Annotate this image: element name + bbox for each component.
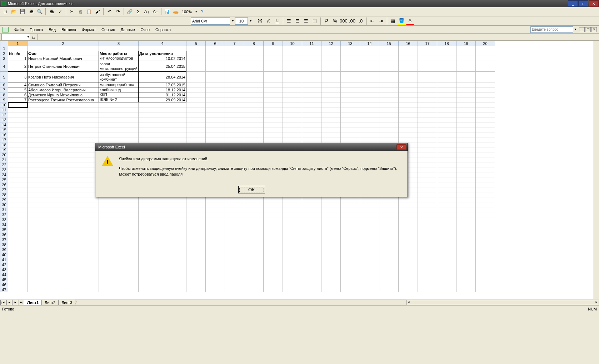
cell[interactable] (379, 287, 399, 292)
cell[interactable] (8, 217, 28, 222)
cell[interactable] (8, 142, 28, 147)
new-file-icon[interactable]: 🗋 (1, 8, 9, 16)
align-center-icon[interactable]: ☰ (294, 17, 301, 25)
cell[interactable] (8, 182, 28, 187)
cell[interactable] (99, 127, 139, 132)
sheet-tab-3[interactable]: Лист3 (58, 300, 75, 305)
cell[interactable] (437, 152, 456, 157)
cell[interactable] (186, 82, 206, 87)
cell[interactable] (8, 117, 28, 122)
cell[interactable] (321, 267, 341, 272)
cell[interactable] (379, 82, 399, 87)
cell[interactable] (264, 257, 283, 262)
cell[interactable] (225, 287, 244, 292)
cell[interactable] (28, 272, 99, 277)
cell[interactable]: завод металлоконструкций (99, 61, 139, 72)
cell[interactable] (360, 92, 379, 97)
cell[interactable] (341, 247, 360, 252)
currency-icon[interactable]: ₽ (323, 17, 330, 25)
row-header[interactable]: 1 (0, 46, 8, 51)
print-icon[interactable]: 🖶 (27, 8, 35, 16)
cell[interactable] (264, 82, 283, 87)
row-header[interactable]: 14 (0, 122, 8, 127)
cell[interactable] (437, 56, 456, 61)
cell[interactable] (283, 227, 302, 232)
cell[interactable] (8, 207, 28, 212)
cell[interactable] (283, 252, 302, 257)
cell[interactable] (360, 222, 379, 227)
cell[interactable] (99, 227, 139, 232)
cell[interactable] (399, 267, 418, 272)
cell[interactable]: маслопереработка (99, 82, 139, 87)
cell[interactable] (360, 102, 379, 107)
cell[interactable] (283, 137, 302, 142)
cell[interactable] (321, 247, 341, 252)
cell[interactable] (437, 82, 456, 87)
cell[interactable] (437, 92, 456, 97)
cell[interactable] (321, 92, 341, 97)
cell[interactable] (476, 152, 495, 157)
menu-insert[interactable]: Вставка (59, 27, 79, 32)
row-header[interactable]: 37 (0, 237, 8, 242)
cell[interactable] (418, 242, 437, 247)
cell[interactable] (302, 227, 321, 232)
cell[interactable] (283, 82, 302, 87)
cell[interactable] (28, 132, 99, 137)
underline-icon[interactable]: Ч (273, 17, 281, 25)
first-sheet-button[interactable]: |◄ (0, 300, 6, 305)
cell[interactable] (399, 247, 418, 252)
cell[interactable] (399, 137, 418, 142)
row-header[interactable]: 27 (0, 187, 8, 192)
cell[interactable]: Иванов Николай Михайлович (28, 56, 99, 61)
cell[interactable] (139, 122, 186, 127)
cell[interactable] (206, 282, 225, 287)
cell[interactable] (264, 51, 283, 56)
cell[interactable] (360, 46, 379, 51)
row-header[interactable]: 9 (0, 97, 8, 102)
cell[interactable] (225, 46, 244, 51)
cell[interactable] (456, 147, 476, 152)
formula-input[interactable] (37, 34, 599, 40)
cell[interactable] (418, 267, 437, 272)
col-header[interactable]: 5 (186, 41, 206, 46)
cell[interactable] (379, 237, 399, 242)
row-header[interactable]: 22 (0, 162, 8, 167)
row-header[interactable]: 16 (0, 132, 8, 137)
cell[interactable] (28, 157, 99, 162)
cell[interactable] (186, 56, 206, 61)
cell[interactable] (283, 197, 302, 202)
cell[interactable] (244, 127, 264, 132)
cell[interactable] (244, 92, 264, 97)
cell[interactable] (283, 232, 302, 237)
cell[interactable] (476, 237, 495, 242)
cell[interactable] (379, 132, 399, 137)
cell[interactable] (283, 117, 302, 122)
cell[interactable] (456, 72, 476, 82)
cell[interactable] (379, 112, 399, 117)
menu-edit[interactable]: Правка (27, 27, 46, 32)
select-all-corner[interactable] (0, 41, 8, 46)
cell[interactable] (186, 117, 206, 122)
cell[interactable] (360, 56, 379, 61)
row-header[interactable]: 19 (0, 147, 8, 152)
col-header[interactable]: 15 (379, 41, 399, 46)
cell[interactable] (321, 287, 341, 292)
cell[interactable] (28, 46, 99, 51)
cell[interactable] (321, 122, 341, 127)
cell[interactable] (139, 212, 186, 217)
cell[interactable] (437, 162, 456, 167)
cell[interactable] (456, 247, 476, 252)
cell[interactable] (476, 167, 495, 172)
cell[interactable] (28, 187, 99, 192)
cell[interactable] (206, 92, 225, 97)
cell[interactable] (244, 287, 264, 292)
cell[interactable] (476, 227, 495, 232)
cell[interactable] (244, 112, 264, 117)
cell[interactable] (399, 207, 418, 212)
cell[interactable] (186, 51, 206, 56)
cell[interactable] (476, 61, 495, 72)
dialog-ok-button[interactable]: ОК (238, 186, 265, 193)
cell[interactable] (418, 127, 437, 132)
cell[interactable] (225, 242, 244, 247)
cell[interactable] (418, 217, 437, 222)
